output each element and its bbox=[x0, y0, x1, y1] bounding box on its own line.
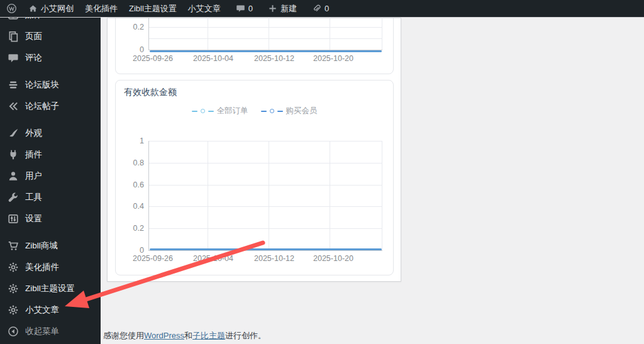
gridline bbox=[269, 141, 269, 250]
wordpress-link[interactable]: WordPress bbox=[144, 331, 184, 340]
admin-footer-text: 感谢您使用WordPress和子比主题进行创作。 bbox=[103, 330, 266, 341]
menu-separator bbox=[0, 230, 101, 235]
gridline bbox=[208, 18, 208, 50]
y-tick: 0.6 bbox=[121, 180, 144, 189]
x-tick: 2025-09-26 bbox=[130, 254, 176, 263]
home-icon bbox=[28, 4, 38, 13]
sidebar-item-beautify-plugin[interactable]: 美化插件 bbox=[0, 257, 101, 278]
wordpress-logo-icon bbox=[6, 3, 17, 14]
gridline bbox=[149, 206, 382, 207]
admin-top-bar: 小艾网创 美化插件 Zibll主题设置 小艾文章 0 新建 0 bbox=[0, 0, 644, 18]
links-count: 0 bbox=[325, 4, 329, 13]
legend-dot bbox=[270, 109, 274, 113]
sidebar-item-forum-posts[interactable]: 论坛帖子 bbox=[0, 96, 101, 117]
sidebar-item-label: 外观 bbox=[25, 128, 42, 139]
gear-icon bbox=[8, 283, 19, 294]
gridline bbox=[208, 141, 208, 250]
cart-icon bbox=[8, 240, 19, 252]
adminbar-item-label: Zibll主题设置 bbox=[129, 3, 177, 14]
gear-icon bbox=[8, 262, 19, 273]
chart1-y-axis bbox=[148, 18, 149, 50]
gridline bbox=[149, 185, 382, 186]
appearance-icon bbox=[8, 128, 19, 139]
sidebar-item-label: 页面 bbox=[25, 31, 42, 42]
paperclip-icon bbox=[312, 4, 321, 13]
y-tick: 1 bbox=[121, 136, 144, 145]
x-tick: 2025-10-12 bbox=[251, 54, 297, 63]
panel-title: 有效收款金额 bbox=[124, 87, 177, 98]
x-tick: 2025-10-20 bbox=[310, 54, 357, 63]
x-tick: 2025-09-26 bbox=[130, 54, 176, 63]
sidebar-item-label: 插件 bbox=[25, 149, 42, 160]
comments-count: 0 bbox=[248, 4, 253, 13]
site-home-button[interactable]: 小艾网创 bbox=[23, 0, 79, 18]
sidebar-item-label: 工具 bbox=[25, 192, 42, 203]
adminbar-zibll-settings[interactable]: Zibll主题设置 bbox=[123, 0, 182, 18]
new-label: 新建 bbox=[280, 3, 297, 14]
chart2-x-axis bbox=[148, 250, 382, 251]
sidebar-item-forum-boards[interactable]: 论坛版块 bbox=[0, 74, 101, 96]
sidebar-item-tools[interactable]: 工具 bbox=[0, 187, 101, 208]
sidebar-item-zibll-theme-settings[interactable]: Zibll主题设置 bbox=[0, 278, 101, 299]
wordpress-admin-page: 媒体 页面 评论 论坛版块 论坛帖子 外观 bbox=[0, 0, 644, 344]
legend-line bbox=[192, 111, 197, 112]
plus-icon bbox=[268, 4, 277, 13]
theme-link[interactable]: 子比主题 bbox=[192, 331, 225, 340]
adminbar-xiaoai-articles[interactable]: 小艾文章 bbox=[182, 0, 226, 18]
sidebar-item-settings[interactable]: 设置 bbox=[0, 208, 101, 230]
legend-line bbox=[208, 111, 214, 112]
adminbar-item-label: 小艾文章 bbox=[188, 3, 221, 14]
collapse-menu-button[interactable]: 收起菜单 bbox=[0, 321, 101, 342]
gridline bbox=[149, 38, 382, 39]
gear-icon bbox=[8, 304, 19, 316]
footer-pre: 感谢您使用 bbox=[103, 331, 144, 340]
adminbar-item-label: 美化插件 bbox=[85, 3, 118, 14]
sidebar-item-xiaoai-articles[interactable]: 小艾文章 bbox=[0, 299, 101, 321]
sidebar-item-comments[interactable]: 评论 bbox=[0, 47, 101, 69]
sidebar-item-appearance[interactable]: 外观 bbox=[0, 123, 101, 144]
sidebar-item-zibll-shop[interactable]: Zibll商城 bbox=[0, 235, 101, 257]
legend-label: 购买会员 bbox=[286, 106, 318, 116]
gridline bbox=[269, 18, 269, 50]
legend-item-all-orders[interactable]: 全部订单 bbox=[192, 106, 248, 116]
settings-icon bbox=[8, 213, 19, 225]
forum-posts-icon bbox=[8, 101, 19, 112]
adminbar-beautify-plugin[interactable]: 美化插件 bbox=[79, 0, 123, 18]
x-tick: 2025-10-12 bbox=[251, 254, 297, 263]
adminbar-comments[interactable]: 0 bbox=[230, 0, 258, 18]
sidebar-item-pages[interactable]: 页面 bbox=[0, 26, 101, 47]
sidebar-item-label: Zibll主题设置 bbox=[25, 283, 75, 294]
legend-item-buy-member[interactable]: 购买会员 bbox=[261, 106, 318, 116]
sidebar-item-users[interactable]: 用户 bbox=[0, 165, 101, 187]
chart2-y-axis bbox=[148, 141, 149, 251]
chart-panel-top bbox=[115, 18, 394, 74]
plugin-icon bbox=[8, 149, 19, 160]
sidebar-item-label: 评论 bbox=[25, 52, 42, 64]
comments-icon bbox=[8, 52, 19, 64]
adminbar-links[interactable]: 0 bbox=[306, 0, 335, 18]
y-tick: 0.4 bbox=[121, 202, 144, 211]
gridline bbox=[330, 18, 330, 50]
y-tick: 0 bbox=[121, 246, 144, 255]
users-icon bbox=[8, 170, 19, 182]
chart2-data-line bbox=[150, 248, 382, 250]
gridline bbox=[149, 141, 382, 141]
y-tick: 0.2 bbox=[121, 224, 144, 233]
chart1-data-line bbox=[150, 50, 382, 52]
x-tick: 2025-10-04 bbox=[190, 254, 236, 263]
comment-bubble-icon bbox=[236, 4, 245, 13]
legend-dot bbox=[201, 109, 205, 113]
sidebar-item-label: 论坛版块 bbox=[25, 79, 59, 91]
y-tick: 0 bbox=[121, 45, 144, 54]
x-tick: 2025-10-20 bbox=[310, 254, 357, 263]
gridline bbox=[149, 228, 382, 229]
legend-line bbox=[277, 111, 283, 112]
sidebar-item-label: 用户 bbox=[25, 170, 42, 182]
gridline bbox=[330, 141, 330, 250]
sidebar-item-plugins[interactable]: 插件 bbox=[0, 144, 101, 165]
menu-separator bbox=[0, 69, 101, 74]
adminbar-new-button[interactable]: 新建 bbox=[262, 0, 303, 18]
sidebar-item-label: 小艾文章 bbox=[25, 304, 59, 316]
collapse-icon bbox=[8, 326, 19, 337]
wordpress-logo-button[interactable] bbox=[0, 0, 23, 18]
